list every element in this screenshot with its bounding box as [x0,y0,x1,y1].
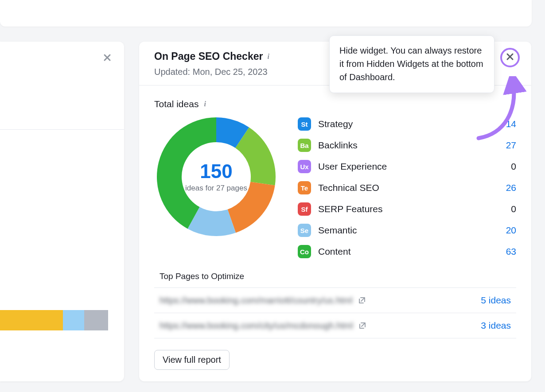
hide-widget-button[interactable] [500,48,520,67]
external-link-icon[interactable] [358,322,366,330]
stacked-bar [0,310,108,330]
donut-total: 150 [185,160,247,182]
legend: StStrategy14BaBacklinks27UxUser Experien… [298,117,516,258]
legend-count: 14 [500,119,516,129]
bar-segment-gray [84,310,108,330]
donut-chart: 150 ideas for 27 pages [154,115,278,239]
legend-row[interactable]: CoContent63 [298,245,516,258]
legend-badge: Ux [298,160,311,173]
legend-badge: St [298,117,311,131]
legend-row[interactable]: StStrategy14 [298,117,516,131]
close-icon[interactable] [102,52,113,63]
divider [0,129,124,130]
legend-row[interactable]: TeTechnical SEO26 [298,181,516,194]
ideas-count: 3 ideas [481,320,511,331]
legend-count: 27 [500,140,516,151]
legend-badge: Se [298,224,311,237]
legend-badge: Te [298,181,311,194]
legend-label: Content [318,246,351,257]
page-row[interactable]: https://www.booking.com/marriott/country… [154,288,516,313]
legend-label: User Experience [318,161,387,172]
legend-row[interactable]: BaBacklinks27 [298,139,516,152]
external-link-icon[interactable] [358,296,366,304]
hide-widget-tooltip: Hide widget. You can always restore it f… [329,35,494,93]
legend-label: SERP Features [318,204,383,214]
legend-count: 0 [500,204,516,214]
legend-label: Semantic [318,225,357,236]
view-full-report-button[interactable]: View full report [154,350,230,370]
legend-count: 63 [500,246,516,257]
close-icon [506,53,514,62]
total-ideas-label: Total ideas [154,99,199,109]
page-url: https://www.booking.com/marriott/country… [160,295,353,306]
bar-segment-blue [63,310,84,330]
widget-title: On Page SEO Checker [154,50,263,62]
info-icon[interactable]: i [267,53,269,61]
legend-row[interactable]: UxUser Experience0 [298,160,516,173]
bar-segment-yellow [0,310,63,330]
top-pages-title: Top Pages to Optimize [154,272,516,288]
legend-count: 20 [500,225,516,236]
legend-count: 0 [500,161,516,172]
info-icon[interactable]: i [204,100,206,108]
page-url: https://www.booking.com/city/us/mcdonoug… [160,321,353,331]
page-row[interactable]: https://www.booking.com/city/us/mcdonoug… [154,313,516,338]
legend-label: Strategy [318,119,353,129]
donut-subtitle: ideas for 27 pages [185,183,247,193]
legend-row[interactable]: SfSERP Features0 [298,202,516,216]
left-partial-widget [0,42,124,381]
legend-count: 26 [500,182,516,193]
legend-badge: Sf [298,202,311,216]
legend-label: Technical SEO [318,182,379,193]
top-strip-panel [0,0,532,27]
tooltip-text: Hide widget. You can always restore it f… [339,46,483,82]
legend-badge: Ba [298,139,311,152]
legend-label: Backlinks [318,140,358,151]
legend-row[interactable]: SeSemantic20 [298,224,516,237]
legend-badge: Co [298,245,311,258]
ideas-count: 5 ideas [481,295,511,306]
